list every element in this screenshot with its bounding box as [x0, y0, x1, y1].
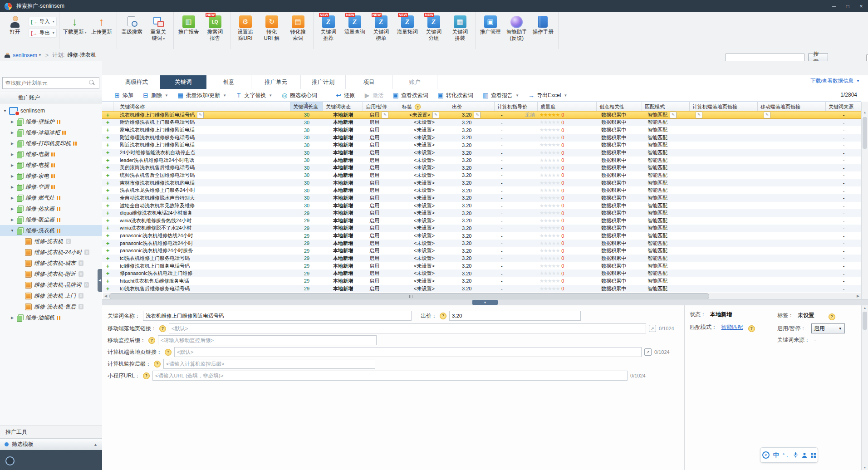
horizontal-scroll-thumb[interactable] [109, 293, 709, 299]
scroll-up-icon[interactable]: ▲ [862, 306, 868, 309]
tree-expand-icon[interactable]: ▶ [10, 163, 15, 167]
scroll-down-icon[interactable]: ▼ [862, 466, 868, 469]
table-row[interactable]: +winia洗衣机维修脱不了水24小时29本地新增启用<未设置>3.20-★★★… [102, 225, 862, 232]
tree-item-root[interactable]: ▼senlinsem [0, 105, 102, 116]
view-report-button[interactable]: ▥查看报告▼ [482, 92, 519, 99]
table-row[interactable]: +修panasonic洗衣机电话上门维修29本地新增启用<未设置>3.20-★★… [102, 269, 862, 277]
table-row[interactable]: +tcl洗衣机维修上门服务电话号码29本地新增启用<未设置>3.20-★★★★★… [102, 255, 862, 262]
tree-item-unit[interactable]: 维修-洗衣机-24小时0 [0, 247, 102, 258]
column-header[interactable]: 启用/暂停 [363, 102, 399, 112]
upload-update-button[interactable]: ↑上传更新 [89, 14, 114, 36]
download-update-button[interactable]: ↓下载更新▾ [62, 14, 88, 36]
table-row[interactable]: +吉林市修洗衣机维修洗衣机的电话30本地新增启用<未设置>3.20-★★★★★0… [102, 179, 862, 187]
tab-项目[interactable]: 项目 [346, 75, 392, 89]
promotion-report-button[interactable]: ▥推广报告 [176, 14, 201, 36]
traffic-query-button[interactable]: ZNEW流量查询 [342, 14, 368, 36]
grid-icon[interactable] [811, 453, 816, 458]
open-button[interactable]: 打开 [2, 14, 28, 36]
restore-button[interactable]: ↩还原 [335, 92, 355, 99]
form-scroll-thumb[interactable] [863, 312, 867, 330]
scroll-up-icon[interactable]: ▲ [862, 111, 868, 114]
external-link-icon[interactable]: ↗ [649, 325, 656, 332]
edit-icon[interactable] [764, 112, 770, 118]
edit-icon[interactable] [432, 112, 439, 118]
pc-monitor-input[interactable] [163, 359, 375, 369]
table-row[interactable]: +家电洗衣机维修上门维修附近电话30本地新增启用<未设置>3.20-★★★★★0… [102, 126, 862, 134]
search-icon[interactable] [89, 80, 95, 86]
tree-item-campaign[interactable]: ▼维修-洗衣机 [0, 225, 102, 236]
tree-item-unit[interactable]: 维修-洗衣机-城市0 [0, 258, 102, 269]
table-row[interactable]: +附近修理洗衣机维修服务电话号码30本地新增启用<未设置>3.20-★★★★★0… [102, 134, 862, 142]
tree-expand-icon[interactable]: ▶ [10, 207, 15, 211]
conversion-search-term-button[interactable]: ▤转化搜索词 [285, 14, 311, 43]
maximize-button[interactable]: □ [841, 0, 854, 12]
add-button[interactable]: ⊞添加 [113, 92, 133, 99]
tree-expand-icon[interactable]: ▶ [10, 316, 15, 320]
edit-icon[interactable] [670, 112, 677, 118]
column-header[interactable]: 质量度 [538, 102, 597, 112]
tree-item-campaign[interactable]: ▶维修-吸尘器 [0, 214, 102, 225]
sidebar-search-input[interactable] [3, 80, 89, 86]
tree-expand-icon[interactable]: ▶ [10, 120, 15, 124]
mobile-monitor-help-icon[interactable] [148, 337, 155, 344]
tree-item-campaign[interactable]: ▶维修-壁挂炉 [0, 116, 102, 127]
manual-button[interactable]: 操作手册 [530, 14, 556, 36]
table-row[interactable]: +panasonic洗衣机维修24小时服务29本地新增启用<未设置>3.20-★… [102, 247, 862, 255]
table-row[interactable]: +统帅洗衣机售后全国维修电话号码30本地新增启用<未设置>3.20-★★★★★0… [102, 171, 862, 179]
edit-icon[interactable] [197, 112, 204, 118]
filter-template-bar[interactable]: 筛选模板 ▲ [0, 438, 102, 450]
panel-splitter[interactable]: ▼ [102, 299, 868, 306]
tree-expand-icon[interactable]: ▶ [10, 196, 15, 200]
column-header[interactable]: 匹配模式 [642, 102, 690, 112]
vertical-scroll-thumb[interactable] [863, 117, 867, 149]
tree-item-campaign[interactable]: ▶维修-冰箱冰柜 [0, 127, 102, 138]
edit-icon[interactable] [382, 112, 388, 118]
tree-expand-icon[interactable]: ▶ [10, 142, 15, 146]
user-icon[interactable] [802, 452, 807, 458]
tree-item-campaign[interactable]: ▶维修-电视 [0, 160, 102, 171]
mobile-monitor-input[interactable] [158, 335, 377, 345]
mobile-landing-help-icon[interactable] [159, 325, 166, 332]
bid-help-icon[interactable] [440, 313, 446, 319]
tree-item-campaign[interactable]: ▶维修-燃气灶 [0, 192, 102, 203]
promotion-management-button[interactable]: ▣推广管理 [478, 14, 503, 36]
external-link-icon[interactable]: ↗ [644, 348, 652, 356]
column-header[interactable]: 关键词长度▼ [290, 102, 323, 112]
conversion-uri-button[interactable]: ↻转化URI 解 [259, 14, 284, 43]
column-header[interactable]: 关键词来源 [826, 102, 862, 112]
keyword-ranking-button[interactable]: ZNEW关键词榜单 [368, 14, 394, 43]
download-data-link[interactable]: 下载/查看数据信息▼ [810, 78, 860, 84]
promotion-tools-bar[interactable]: 推广工具 [0, 426, 102, 438]
tab-高级样式[interactable]: 高级样式 [113, 75, 160, 89]
duplicate-keywords-button[interactable]: 重复关键词▾ [146, 14, 171, 43]
column-header[interactable]: 标签 [399, 102, 449, 112]
batch-button[interactable]: ▦批量添加/更新▼ [177, 92, 226, 99]
tree-item-campaign[interactable]: ▶维修-油烟机 [0, 312, 102, 323]
text-replace-button[interactable]: T文字替换▼ [235, 92, 272, 99]
tree-item-campaign[interactable]: ▶维修-空调 [0, 181, 102, 192]
bid-input[interactable] [449, 311, 581, 321]
tab-创意[interactable]: 创意 [206, 75, 251, 89]
form-vertical-scrollbar[interactable]: ▲ ▼ [861, 305, 868, 470]
tab-账户[interactable]: 账户 [392, 75, 437, 89]
table-row[interactable]: +tcl维修洗衣机上门服务电话号码29本地新增启用<未设置>3.20-★★★★★… [102, 262, 862, 270]
table-row[interactable]: +panasonic洗衣机维修电话24小时29本地新增启用<未设置>3.20-★… [102, 240, 862, 247]
column-header[interactable]: 出价 [449, 102, 495, 112]
table-row[interactable]: +洗衣机水龙头维修上门服务24小时30本地新增启用<未设置>3.20-★★★★★… [102, 186, 862, 194]
splitter-collapse-button[interactable]: ▼ [472, 300, 498, 305]
table-row[interactable]: +hitachi洗衣机售后维修服务电话29本地新增启用<未设置>3.20-★★★… [102, 277, 862, 285]
keyword-grouping-button[interactable]: ZNEW关键词分组 [421, 14, 446, 43]
table-row[interactable]: +leader洗衣机维修电话24小时电话30本地新增启用<未设置>3.20-★★… [102, 157, 862, 164]
tab-关键词[interactable]: 关键词 [160, 75, 206, 89]
tab-推广计划[interactable]: 推广计划 [301, 75, 346, 89]
tree-expand-icon[interactable]: ▶ [10, 185, 15, 189]
column-header[interactable]: 创意相关性 [597, 102, 642, 112]
import-button[interactable]: [→导入▾ [29, 17, 57, 26]
enable-pause-select[interactable]: 启用▼ [811, 323, 845, 333]
smart-assistant-button[interactable]: 智能助手(反馈) [504, 14, 530, 43]
miniapp-url-input[interactable] [152, 371, 628, 381]
tree-item-unit[interactable]: 维修-洗衣机-售后0 [0, 301, 102, 312]
table-row[interactable]: +全自动洗衣机维修脱水声音特别大30本地新增启用<未设置>3.20-★★★★★0… [102, 194, 862, 202]
scroll-right-icon[interactable]: ▶ [855, 294, 861, 298]
tab-推广单元[interactable]: 推广单元 [251, 75, 301, 89]
